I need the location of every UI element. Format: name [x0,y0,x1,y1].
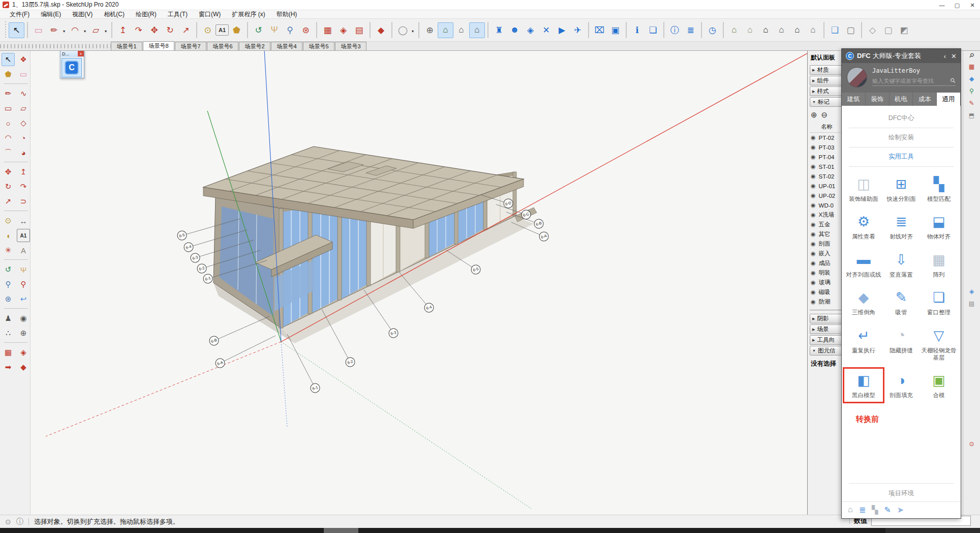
paint-bucket[interactable]: ⬟ [229,22,244,38]
tag-name-column-header[interactable]: 名称 [810,122,844,133]
dfc-tool[interactable]: ❏ 窗口整理 [920,288,958,316]
search-icon[interactable]: ⚲ [949,76,958,85]
tag-row[interactable]: ◉ 玻璃 [810,278,844,287]
dfc-section-center[interactable]: DFC中心 [842,111,961,126]
tape-measure[interactable]: ⊙ [2,214,15,227]
style-back-edges[interactable]: ▢ [880,22,896,38]
dfc-tool[interactable]: ⇩ 竖直落置 [882,251,920,278]
scene-tab[interactable]: 场景号8 [143,41,174,50]
tag-row[interactable]: ◉ 其它 [810,229,844,239]
position-camera[interactable]: ♟ [2,312,15,325]
zoom-extents[interactable]: ⊛ [2,292,15,306]
toolbar-icon[interactable] [111,22,112,38]
style-hidden-line[interactable]: ▢ [843,22,859,38]
tape-measure[interactable]: ⊙ [200,22,216,38]
compass[interactable]: ⊕ [17,327,30,340]
tray-section[interactable]: ▶ 场景 [810,324,844,334]
user-profile[interactable]: ◯ [395,22,411,38]
toolbar-icon[interactable] [196,22,197,38]
rotated-rectangle[interactable]: ▱ [17,102,30,115]
filled-pie[interactable]: ◕ [17,146,30,159]
style-shaded[interactable]: ❑ [827,22,843,38]
offset[interactable]: ⊃ [17,195,30,208]
polygon[interactable]: ◇ [17,116,30,130]
view-home-2[interactable]: ⌂ [742,22,758,38]
toolbar-icon[interactable] [861,22,862,38]
visibility-eye-icon[interactable]: ◉ [811,163,816,170]
tag-row[interactable]: ◉ 明装 [810,268,844,278]
locate-icon[interactable]: ➤ [897,505,904,515]
paint-bucket[interactable]: ⬟ [2,68,15,81]
visibility-eye-icon[interactable]: ◉ [811,270,816,276]
close-button[interactable]: ✕ [965,0,980,10]
visibility-eye-icon[interactable]: ◉ [811,173,816,180]
tool-icon[interactable] [4,83,28,84]
dfc-tool[interactable]: ◧ 黑白模型 [845,371,882,399]
view-home-6[interactable]: ⌂ [805,22,821,38]
toolbar-icon[interactable] [370,22,371,38]
toolbar-icon[interactable] [418,22,419,38]
tray-section[interactable]: ▶ 材质 [810,65,844,75]
view-home-3[interactable]: ⌂ [758,22,774,38]
tray-section[interactable]: ▼ 图元信 [810,346,844,356]
arc[interactable]: ◠ [2,131,15,144]
minimize-button[interactable]: — [934,0,950,10]
scene-tab[interactable]: 场景号4 [271,42,302,50]
trash[interactable]: ⌧ [592,22,607,38]
visibility-eye-icon[interactable]: ◉ [811,134,816,141]
scene-tab[interactable]: 场景号6 [207,42,238,50]
dock-plugin-3[interactable]: ⚲ [967,86,976,95]
dfc-tool[interactable]: ▽ 天棚轻钢龙骨基层 [920,327,958,362]
make-component[interactable]: ❖ [17,53,30,66]
scene-tab[interactable]: 场景号5 [303,42,334,50]
plugin-red-1[interactable]: ▦ [320,22,335,38]
layers[interactable]: ≣ [683,22,698,38]
visibility-eye-icon[interactable]: ◉ [811,212,816,218]
tray-section[interactable]: ▶ 组件 [810,76,844,85]
search-input[interactable] [872,78,951,84]
previous-view[interactable]: ↩ [17,292,30,306]
view-home-4[interactable]: ⌂ [774,22,789,38]
dfc-tool[interactable]: ◫ 装饰辅助面 [845,175,882,202]
move[interactable]: ✥ [2,165,15,179]
visibility-eye-icon[interactable]: ◉ [811,144,816,151]
menu-item[interactable]: 帮助(H) [271,10,303,19]
tool-icon[interactable] [4,211,28,212]
look-around[interactable]: ◉ [17,312,30,325]
layers-icon[interactable]: ≣ [859,505,866,515]
dfc-collapse-button[interactable]: ‹ [944,52,946,60]
tool-icon[interactable] [4,308,28,309]
visibility-eye-icon[interactable]: ◉ [811,183,816,189]
tray-section[interactable]: ▼ 标记 [810,97,844,107]
view-iso[interactable]: ⌂ [438,22,453,38]
scene-tab[interactable]: 场景号1 [111,42,142,50]
tray-section[interactable]: ▶ 工具向 [810,335,844,345]
dfc-tab[interactable]: 装饰 [866,93,890,106]
plugin-blue-robot[interactable]: ♜ [491,22,507,38]
dock-plugin-2[interactable]: ◆ [967,74,976,83]
visibility-eye-icon[interactable]: ◉ [811,202,816,209]
protractor[interactable]: ◖ [2,229,15,242]
plugin-red-a[interactable]: ▦ [2,346,15,359]
dfc-section-install[interactable]: 绘制安装 [842,130,961,145]
dock-plugin-5[interactable]: ⬒ [967,111,976,120]
menu-item[interactable]: 工具(T) [162,10,193,19]
view-home-5[interactable]: ⌂ [789,22,805,38]
scene-tab[interactable]: 场景号7 [175,42,206,50]
autohide-pin-icon[interactable]: ⚲ [967,51,975,60]
orbit[interactable]: ↺ [251,22,266,38]
rotate[interactable]: ↻ [2,180,15,193]
view-home-1[interactable]: ⌂ [726,22,742,38]
plugin-red-2[interactable]: ◈ [335,22,351,38]
toolbar-icon[interactable] [316,22,317,38]
dfc-tool[interactable]: ≣ 射线对齐 [882,213,920,240]
axes[interactable]: ✳ [2,244,15,257]
dock-plugin-4[interactable]: ✎ [967,99,976,107]
toolbar-grip[interactable] [4,21,7,39]
push-pull[interactable]: ↥ [115,22,131,38]
rectangle[interactable]: ▱ [88,22,104,38]
dimension[interactable]: ↔ [17,214,30,227]
visibility-eye-icon[interactable]: ◉ [811,192,816,199]
dock-plugin-8[interactable]: ⊙ [967,439,976,448]
tag-row[interactable]: ◉ WD-0 [810,200,844,210]
